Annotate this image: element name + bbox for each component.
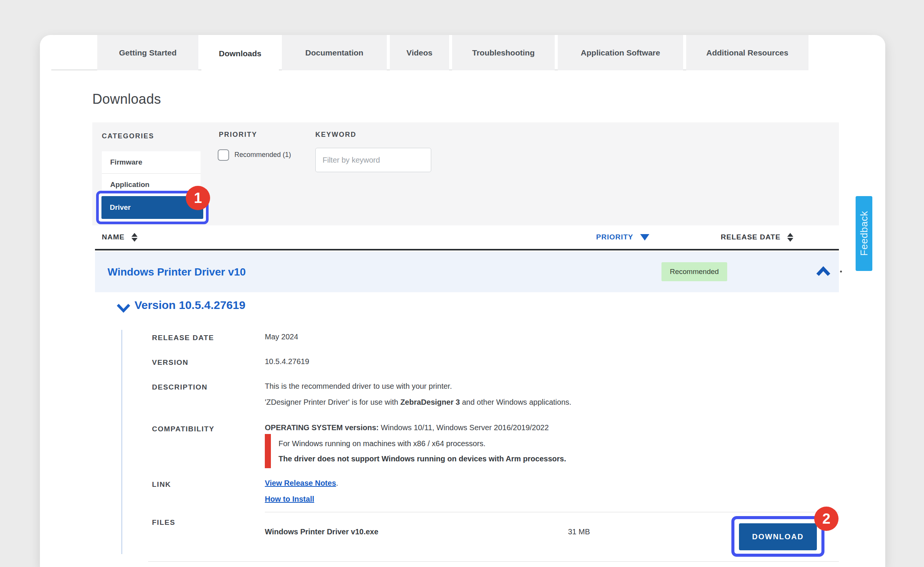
tab-downloads[interactable]: Downloads — [201, 35, 279, 72]
driver-result-row[interactable]: Windows Printer Driver v10 Recommended — [95, 252, 839, 292]
compatibility-warning-block: For Windows running on machines with x86… — [265, 434, 566, 468]
category-item-firmware[interactable]: Firmware — [102, 151, 201, 174]
recommended-checkbox-label[interactable]: Recommended (1) — [234, 151, 291, 159]
sort-desc-icon[interactable] — [640, 234, 649, 241]
version-header[interactable]: Version 10.5.4.27619 — [134, 299, 245, 312]
feedback-tab-label: Feedback — [858, 211, 870, 256]
file-name: Windows Printer Driver v10.exe — [265, 527, 378, 536]
keyword-label: KEYWORD — [315, 131, 356, 139]
feedback-tab[interactable]: Feedback — [856, 196, 872, 271]
view-release-notes-link[interactable]: View Release Notes — [265, 479, 336, 487]
annotation-step2-badge: 2 — [814, 507, 839, 531]
sort-icon[interactable] — [787, 233, 793, 242]
description-line2-bold: ZebraDesigner 3 — [400, 398, 460, 406]
compatibility-warning-line1: For Windows running on machines with x86… — [278, 436, 566, 451]
description-line2-prefix: 'ZDesigner Printer Driver' is for use wi… — [265, 398, 400, 406]
files-bottom-divider — [148, 561, 839, 562]
link-line1: View Release Notes. — [265, 479, 338, 488]
tab-application-software[interactable]: Application Software — [558, 35, 683, 70]
expand-chevron-icon[interactable] — [116, 303, 131, 315]
categories-label: CATEGORIES — [102, 132, 154, 140]
keyword-input[interactable] — [315, 148, 431, 172]
link-label: LINK — [152, 480, 171, 489]
file-size: 31 MB — [568, 527, 590, 536]
tab-getting-started[interactable]: Getting Started — [97, 35, 198, 70]
annotation-box-step2 — [731, 516, 824, 557]
version-label: VERSION — [152, 358, 188, 367]
recommended-badge: Recommended — [661, 262, 727, 281]
column-header-name[interactable]: NAME — [102, 225, 138, 249]
release-date-label: RELEASE DATE — [152, 334, 214, 342]
results-table-header: NAME PRIORITY RELEASE DATE — [95, 225, 839, 250]
link-line2: How to Install — [265, 495, 314, 504]
artifact-dot — [840, 271, 842, 272]
priority-label: PRIORITY — [219, 131, 257, 139]
column-name-label: NAME — [102, 233, 125, 241]
description-line2-suffix: and other Windows applications. — [460, 398, 571, 406]
release-date-value: May 2024 — [265, 333, 298, 341]
compatibility-os-line: OPERATING SYSTEM versions: Windows 10/11… — [265, 423, 549, 432]
compatibility-os-rest: Windows 10/11, Windows Server 2016/2019/… — [379, 423, 549, 432]
compatibility-label: COMPATIBILITY — [152, 425, 214, 433]
collapse-chevron-icon[interactable] — [816, 264, 831, 280]
category-list: Firmware Application — [102, 151, 201, 196]
link-line1-period: . — [336, 479, 339, 487]
recommended-checkbox[interactable] — [218, 149, 229, 161]
driver-title-link[interactable]: Windows Printer Driver v10 — [108, 252, 246, 292]
filter-panel: CATEGORIES Firmware Application Driver 1… — [92, 122, 839, 225]
column-priority-label: PRIORITY — [596, 233, 633, 241]
page-title: Downloads — [92, 91, 161, 107]
tab-bar: Getting Started Downloads Documentation … — [97, 35, 808, 70]
version-value: 10.5.4.27619 — [265, 357, 309, 366]
tab-documentation[interactable]: Documentation — [282, 35, 387, 70]
description-label: DESCRIPTION — [152, 383, 207, 391]
column-header-release-date[interactable]: RELEASE DATE — [721, 225, 793, 249]
column-release-date-label: RELEASE DATE — [721, 233, 780, 241]
description-line2: 'ZDesigner Printer Driver' is for use wi… — [265, 398, 571, 407]
how-to-install-link[interactable]: How to Install — [265, 495, 314, 503]
column-header-priority[interactable]: PRIORITY — [596, 225, 649, 249]
support-card: Getting Started Downloads Documentation … — [40, 35, 885, 567]
files-label: FILES — [152, 518, 175, 527]
tab-videos[interactable]: Videos — [390, 35, 449, 70]
files-top-divider — [265, 512, 839, 512]
tab-additional-resources[interactable]: Additional Resources — [686, 35, 808, 70]
compatibility-warning-line2: The driver does not support Windows runn… — [278, 451, 566, 466]
description-line1: This is the recommended driver to use wi… — [265, 382, 452, 391]
sort-icon[interactable] — [131, 233, 138, 242]
detail-left-rule — [121, 330, 122, 554]
tab-troubleshooting[interactable]: Troubleshooting — [452, 35, 555, 70]
compatibility-os-bold: OPERATING SYSTEM versions: — [265, 423, 379, 432]
annotation-step1-badge: 1 — [186, 186, 210, 210]
